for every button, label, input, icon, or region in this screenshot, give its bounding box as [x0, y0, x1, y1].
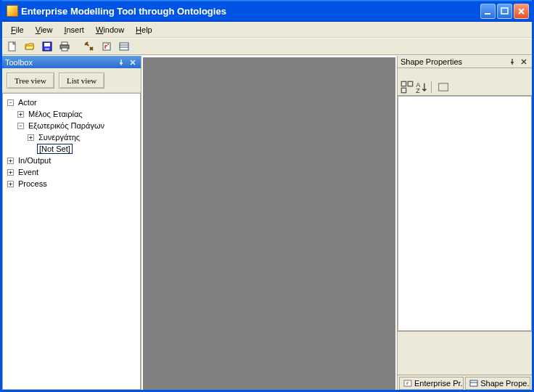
title-text: Enterprise Modelling Tool through Ontolo…	[21, 6, 480, 17]
toolbox-panel: Toolbox Tree view List view - Actor +	[2, 56, 141, 390]
tree-node-process[interactable]: + Process	[4, 178, 139, 189]
app-icon	[7, 5, 18, 17]
svg-rect-0	[485, 13, 490, 15]
tree-node-event[interactable]: + Event	[4, 166, 139, 178]
svg-rect-15	[408, 81, 412, 86]
svg-rect-8	[62, 48, 67, 51]
tree-view[interactable]: - Actor + Μέλος Εταιρίας - Εξωτερικός Πα…	[2, 93, 141, 390]
tab-shape-properties[interactable]: Shape Prope...	[465, 377, 530, 390]
menu-view[interactable]: View	[30, 24, 59, 36]
expander-icon[interactable]: +	[17, 111, 24, 118]
list-view-button[interactable]: List view	[59, 73, 104, 89]
close-panel-icon[interactable]	[519, 57, 529, 67]
svg-rect-6	[62, 42, 67, 45]
property-pages-icon[interactable]	[437, 81, 450, 94]
pin-icon[interactable]	[116, 57, 126, 68]
menubar: File View Insert Window Help	[2, 22, 532, 38]
alphabetical-icon[interactable]: AZ	[415, 81, 428, 94]
expander-icon[interactable]: +	[7, 181, 14, 187]
svg-rect-14	[401, 81, 406, 86]
svg-rect-21	[470, 380, 477, 386]
categorized-icon[interactable]	[400, 81, 414, 94]
toolbox-header[interactable]: Toolbox	[2, 56, 141, 68]
tree-node-inoutput[interactable]: + In/Output	[4, 155, 139, 166]
tree-node-actor[interactable]: - Actor	[4, 97, 139, 108]
expander-icon[interactable]: -	[7, 99, 14, 106]
svg-rect-4	[44, 43, 50, 46]
mdi-area[interactable]	[141, 56, 397, 390]
new-button[interactable]	[5, 39, 20, 54]
tree-node[interactable]: + Μέλος Εταιρίας	[4, 108, 139, 120]
expander-icon[interactable]: -	[17, 123, 24, 129]
svg-rect-20	[404, 380, 411, 386]
toolbar	[2, 38, 532, 55]
tree-node[interactable]: + Συνεργάτης	[4, 131, 139, 143]
open-button[interactable]	[22, 39, 37, 54]
list-button[interactable]	[117, 39, 131, 54]
menu-window[interactable]: Window	[90, 24, 130, 36]
svg-text:Z: Z	[416, 86, 420, 93]
titlebar[interactable]: Enterprise Modelling Tool through Ontolo…	[2, 0, 532, 22]
close-panel-icon[interactable]	[128, 57, 138, 68]
property-description	[398, 331, 532, 375]
properties-header[interactable]: Shape Properties	[398, 56, 532, 68]
svg-rect-5	[45, 48, 49, 50]
menu-help[interactable]: Help	[130, 24, 158, 36]
print-button[interactable]	[57, 39, 72, 54]
properties-toolbar: AZ	[398, 78, 532, 96]
tools-button[interactable]	[82, 39, 96, 54]
expander-icon	[28, 146, 34, 152]
expander-icon[interactable]: +	[7, 158, 14, 164]
expander-icon[interactable]: +	[28, 134, 34, 141]
pin-icon[interactable]	[507, 57, 517, 67]
property-grid[interactable]	[398, 96, 532, 331]
close-button[interactable]	[514, 4, 529, 19]
tree-edit-input[interactable]: [Not Set]	[37, 144, 73, 154]
minimize-button[interactable]	[480, 4, 496, 19]
svg-rect-19	[439, 83, 448, 90]
svg-point-10	[107, 44, 109, 45]
tree-node-editing[interactable]: [Not Set]	[4, 143, 139, 155]
menu-file[interactable]: File	[5, 24, 30, 36]
maximize-button[interactable]	[497, 4, 512, 19]
svg-rect-16	[401, 88, 406, 92]
app-window: Enterprise Modelling Tool through Ontolo…	[0, 0, 534, 392]
menu-insert[interactable]: Insert	[58, 24, 90, 36]
svg-rect-9	[103, 43, 110, 50]
svg-rect-11	[120, 43, 128, 50]
properties-button[interactable]	[99, 39, 114, 54]
tab-enterprise-properties[interactable]: Enterprise Pr...	[399, 377, 464, 390]
tree-node[interactable]: - Εξωτερικός Παράγων	[4, 120, 139, 131]
tree-view-button[interactable]: Tree view	[7, 73, 54, 89]
expander-icon[interactable]: +	[7, 169, 14, 176]
panel-tabs: Enterprise Pr... Shape Prope...	[398, 375, 532, 390]
toolbox-buttons: Tree view List view	[2, 68, 141, 93]
svg-rect-1	[501, 8, 508, 14]
client-area: Toolbox Tree view List view - Actor +	[2, 55, 532, 390]
properties-panel: Shape Properties AZ	[397, 56, 532, 390]
save-button[interactable]	[40, 39, 54, 54]
